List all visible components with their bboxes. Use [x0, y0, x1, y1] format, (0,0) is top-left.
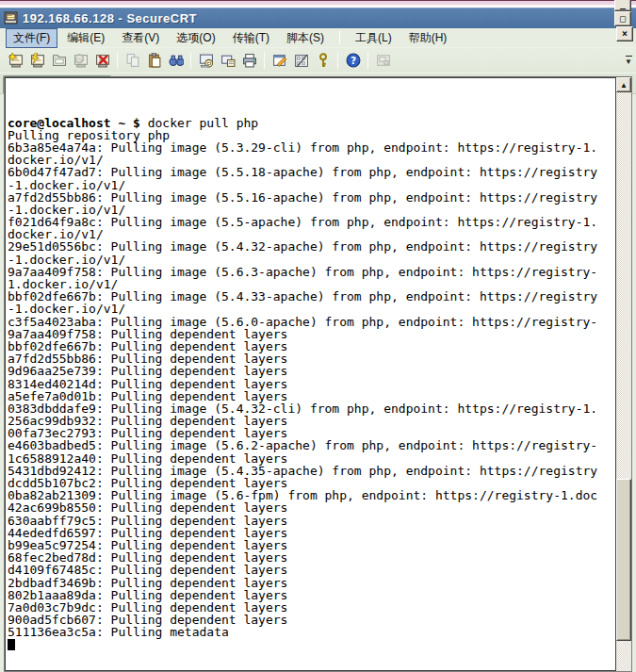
terminal-frame: core@localhost ~ $ docker pull phpPullin…: [4, 76, 632, 672]
global-options-icon[interactable]: [290, 50, 312, 71]
scroll-up-icon[interactable]: ▲: [616, 77, 631, 92]
minimize-button[interactable]: _: [614, 0, 631, 11]
find-icon[interactable]: [165, 50, 187, 71]
window-controls: _□×: [612, 0, 633, 41]
terminal-line: Pulling repository php: [8, 129, 615, 141]
app-icon: [4, 11, 19, 26]
toolbar-separator: [337, 52, 338, 69]
screen-capture-icon: [372, 50, 394, 71]
toolbar-separator: [117, 52, 118, 69]
menu-item-2[interactable]: 查看(V): [114, 28, 167, 48]
close-button[interactable]: ×: [616, 26, 633, 41]
terminal-blank-line: [8, 91, 615, 104]
paste-icon[interactable]: [143, 50, 165, 71]
terminal-line: 802b1aaa89da: Pulling dependent layers: [8, 589, 615, 601]
menu-item-0[interactable]: 文件(F): [6, 28, 57, 48]
menu-item-4[interactable]: 传输(T): [225, 28, 277, 48]
menu-separator: [339, 31, 340, 44]
reconnect-icon: [70, 50, 91, 71]
scrollbar-thumb[interactable]: [616, 479, 631, 641]
menu-item-7[interactable]: 帮助(H): [401, 28, 455, 48]
maximize-button[interactable]: □: [614, 11, 631, 26]
session-log-icon[interactable]: [195, 50, 217, 71]
menu-bar: 文件(F)编辑(E)查看(V)选项(O)传输(T)脚本(S)工具(L)帮助(H): [0, 28, 636, 48]
terminal-line: a7fd2d55bb86: Pulling image (5.5.16-apac…: [8, 191, 615, 204]
toolbar-separator: [264, 52, 265, 69]
terminal-line: 44ededfd6597: Pulling dependent layers: [8, 527, 615, 539]
toolbar-overflow-icon[interactable]: ▼: [623, 52, 634, 69]
vertical-scrollbar[interactable]: ▲: [615, 77, 631, 671]
terminal-line: d4109f67485c: Pulling dependent layers: [8, 564, 615, 576]
toolbar-separator: [190, 52, 191, 69]
terminal-line: 630aabff79c5: Pulling dependent layers: [8, 515, 615, 527]
key-icon[interactable]: [312, 50, 334, 71]
menu-item-1[interactable]: 编辑(E): [59, 28, 112, 48]
terminal-line: -1.docker.io/v1/: [8, 179, 615, 191]
terminal-line: a5efe7a0d01b: Pulling dependent layers: [8, 390, 615, 402]
window-top-edge: [0, 0, 636, 8]
print-icon[interactable]: [238, 50, 260, 71]
menu-item-6[interactable]: 工具(L): [348, 28, 400, 48]
window-title: 192.168.66.128 - SecureCRT: [23, 11, 612, 25]
disconnect-icon[interactable]: [91, 50, 113, 71]
copy-icon: [122, 50, 143, 71]
titlebar[interactable]: 192.168.66.128 - SecureCRT _□×: [0, 8, 636, 28]
securecrt-window: 192.168.66.128 - SecureCRT _□× 文件(F)编辑(E…: [0, 0, 636, 672]
terminal-line: 29e51d0556bc: Pulling image (5.4.32-apac…: [8, 240, 615, 253]
terminal-prompt-line: core@localhost ~ $ docker pull php: [8, 117, 615, 129]
connect-in-tab-icon[interactable]: [48, 50, 70, 71]
menu-item-3[interactable]: 选项(O): [169, 28, 222, 48]
terminal-line: 8314ed40214d: Pulling dependent layers: [8, 378, 615, 390]
terminal-line: -1.docker.io/v1/: [8, 254, 615, 266]
terminal-line: 9a7aa409f758: Pulling dependent layers: [8, 328, 615, 340]
terminal-line: 1c6588912a40: Pulling dependent layers: [8, 452, 615, 465]
terminal-line: 6b0d47f47ad7: Pulling image (5.5.18-apac…: [8, 166, 615, 178]
terminal-blank-line: [8, 79, 615, 91]
terminal-line: 2bdbadf3469b: Pulling dependent layers: [8, 577, 615, 589]
connect-icon[interactable]: [5, 50, 26, 71]
terminal-cursor: [8, 639, 15, 650]
toolbar: ?▼: [0, 48, 636, 74]
terminal-line: -1.docker.io/v1/: [8, 303, 615, 315]
terminal-line: 42ac699b8550: Pulling dependent layers: [8, 501, 615, 514]
terminal-output[interactable]: core@localhost ~ $ docker pull phpPullin…: [6, 78, 615, 670]
trace-options-icon[interactable]: [217, 50, 238, 71]
terminal-line: 511136ea3c5a: Pulling metadata: [8, 626, 615, 638]
svg-text:?: ?: [350, 55, 355, 67]
properties-icon[interactable]: [269, 50, 290, 71]
terminal-line: 9d96aa25e739: Pulling dependent layers: [8, 365, 615, 377]
toolbar-separator: [367, 52, 368, 69]
terminal-line: e4603badbed5: Pulling image (5.6.2-apach…: [8, 439, 615, 451]
menu-item-5[interactable]: 脚本(S): [279, 28, 332, 48]
terminal-line: c3f5a4023aba: Pulling image (5.6.0-apach…: [8, 316, 615, 328]
quick-connect-icon[interactable]: [26, 50, 48, 71]
help-icon[interactable]: ?: [342, 50, 364, 71]
